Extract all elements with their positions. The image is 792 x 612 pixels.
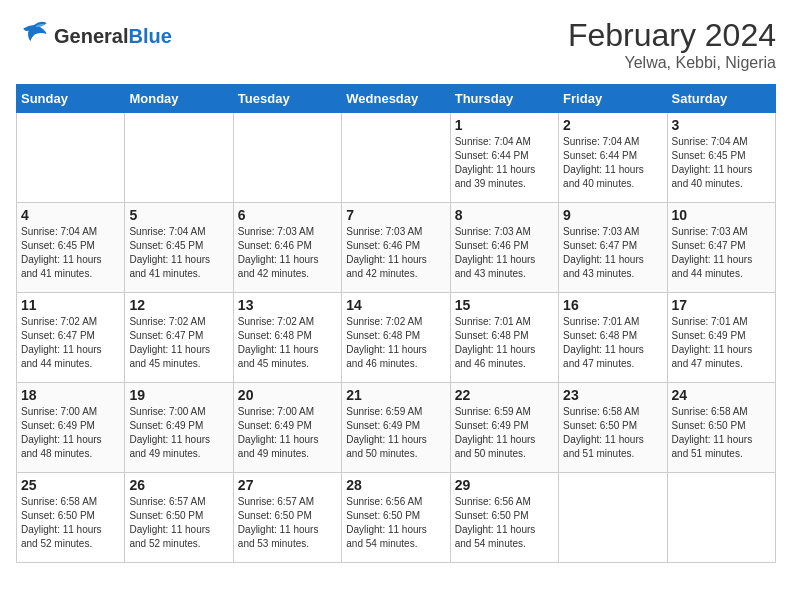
calendar-cell: 21Sunrise: 6:59 AM Sunset: 6:49 PM Dayli…	[342, 383, 450, 473]
day-number: 4	[21, 207, 120, 223]
calendar-cell	[667, 473, 775, 563]
day-info: Sunrise: 7:03 AM Sunset: 6:47 PM Dayligh…	[672, 225, 771, 281]
calendar-cell: 25Sunrise: 6:58 AM Sunset: 6:50 PM Dayli…	[17, 473, 125, 563]
day-number: 23	[563, 387, 662, 403]
calendar-cell: 18Sunrise: 7:00 AM Sunset: 6:49 PM Dayli…	[17, 383, 125, 473]
day-number: 17	[672, 297, 771, 313]
day-number: 8	[455, 207, 554, 223]
day-number: 25	[21, 477, 120, 493]
day-info: Sunrise: 6:57 AM Sunset: 6:50 PM Dayligh…	[129, 495, 228, 551]
calendar-cell	[233, 113, 341, 203]
day-number: 10	[672, 207, 771, 223]
day-number: 7	[346, 207, 445, 223]
day-number: 24	[672, 387, 771, 403]
day-info: Sunrise: 7:03 AM Sunset: 6:46 PM Dayligh…	[455, 225, 554, 281]
calendar-cell	[17, 113, 125, 203]
calendar-cell: 7Sunrise: 7:03 AM Sunset: 6:46 PM Daylig…	[342, 203, 450, 293]
day-number: 12	[129, 297, 228, 313]
day-info: Sunrise: 6:58 AM Sunset: 6:50 PM Dayligh…	[672, 405, 771, 461]
day-number: 27	[238, 477, 337, 493]
calendar-cell: 28Sunrise: 6:56 AM Sunset: 6:50 PM Dayli…	[342, 473, 450, 563]
day-number: 20	[238, 387, 337, 403]
day-number: 6	[238, 207, 337, 223]
calendar-week-row: 25Sunrise: 6:58 AM Sunset: 6:50 PM Dayli…	[17, 473, 776, 563]
calendar-table: SundayMondayTuesdayWednesdayThursdayFrid…	[16, 84, 776, 563]
day-number: 15	[455, 297, 554, 313]
header-sunday: Sunday	[17, 85, 125, 113]
logo: GeneralBlue	[16, 16, 172, 56]
header-wednesday: Wednesday	[342, 85, 450, 113]
page-header: GeneralBlue February 2024 Yelwa, Kebbi, …	[16, 16, 776, 72]
day-info: Sunrise: 7:00 AM Sunset: 6:49 PM Dayligh…	[129, 405, 228, 461]
calendar-cell	[125, 113, 233, 203]
header-thursday: Thursday	[450, 85, 558, 113]
day-number: 22	[455, 387, 554, 403]
calendar-cell	[342, 113, 450, 203]
day-number: 9	[563, 207, 662, 223]
calendar-cell: 26Sunrise: 6:57 AM Sunset: 6:50 PM Dayli…	[125, 473, 233, 563]
day-info: Sunrise: 7:03 AM Sunset: 6:46 PM Dayligh…	[238, 225, 337, 281]
calendar-week-row: 1Sunrise: 7:04 AM Sunset: 6:44 PM Daylig…	[17, 113, 776, 203]
header-friday: Friday	[559, 85, 667, 113]
calendar-cell	[559, 473, 667, 563]
day-info: Sunrise: 7:01 AM Sunset: 6:48 PM Dayligh…	[563, 315, 662, 371]
calendar-cell: 13Sunrise: 7:02 AM Sunset: 6:48 PM Dayli…	[233, 293, 341, 383]
day-number: 11	[21, 297, 120, 313]
calendar-cell: 27Sunrise: 6:57 AM Sunset: 6:50 PM Dayli…	[233, 473, 341, 563]
day-number: 28	[346, 477, 445, 493]
day-info: Sunrise: 6:57 AM Sunset: 6:50 PM Dayligh…	[238, 495, 337, 551]
header-monday: Monday	[125, 85, 233, 113]
logo-text-block: GeneralBlue	[54, 25, 172, 47]
logo-blue: Blue	[128, 25, 171, 47]
day-info: Sunrise: 6:58 AM Sunset: 6:50 PM Dayligh…	[563, 405, 662, 461]
day-info: Sunrise: 7:01 AM Sunset: 6:48 PM Dayligh…	[455, 315, 554, 371]
day-info: Sunrise: 6:59 AM Sunset: 6:49 PM Dayligh…	[455, 405, 554, 461]
day-info: Sunrise: 7:00 AM Sunset: 6:49 PM Dayligh…	[21, 405, 120, 461]
calendar-cell: 6Sunrise: 7:03 AM Sunset: 6:46 PM Daylig…	[233, 203, 341, 293]
day-number: 19	[129, 387, 228, 403]
day-info: Sunrise: 7:02 AM Sunset: 6:48 PM Dayligh…	[238, 315, 337, 371]
calendar-cell: 23Sunrise: 6:58 AM Sunset: 6:50 PM Dayli…	[559, 383, 667, 473]
day-info: Sunrise: 7:04 AM Sunset: 6:44 PM Dayligh…	[563, 135, 662, 191]
day-info: Sunrise: 7:01 AM Sunset: 6:49 PM Dayligh…	[672, 315, 771, 371]
day-number: 13	[238, 297, 337, 313]
calendar-cell: 1Sunrise: 7:04 AM Sunset: 6:44 PM Daylig…	[450, 113, 558, 203]
header-saturday: Saturday	[667, 85, 775, 113]
day-number: 1	[455, 117, 554, 133]
calendar-cell: 11Sunrise: 7:02 AM Sunset: 6:47 PM Dayli…	[17, 293, 125, 383]
day-number: 3	[672, 117, 771, 133]
day-number: 26	[129, 477, 228, 493]
logo-icon	[16, 16, 52, 56]
day-info: Sunrise: 7:03 AM Sunset: 6:46 PM Dayligh…	[346, 225, 445, 281]
calendar-subtitle: Yelwa, Kebbi, Nigeria	[568, 54, 776, 72]
day-info: Sunrise: 7:02 AM Sunset: 6:47 PM Dayligh…	[129, 315, 228, 371]
calendar-week-row: 4Sunrise: 7:04 AM Sunset: 6:45 PM Daylig…	[17, 203, 776, 293]
calendar-cell: 19Sunrise: 7:00 AM Sunset: 6:49 PM Dayli…	[125, 383, 233, 473]
day-info: Sunrise: 7:04 AM Sunset: 6:44 PM Dayligh…	[455, 135, 554, 191]
day-number: 21	[346, 387, 445, 403]
day-info: Sunrise: 6:56 AM Sunset: 6:50 PM Dayligh…	[346, 495, 445, 551]
calendar-cell: 4Sunrise: 7:04 AM Sunset: 6:45 PM Daylig…	[17, 203, 125, 293]
day-info: Sunrise: 6:56 AM Sunset: 6:50 PM Dayligh…	[455, 495, 554, 551]
calendar-cell: 3Sunrise: 7:04 AM Sunset: 6:45 PM Daylig…	[667, 113, 775, 203]
calendar-cell: 15Sunrise: 7:01 AM Sunset: 6:48 PM Dayli…	[450, 293, 558, 383]
day-number: 29	[455, 477, 554, 493]
calendar-cell: 8Sunrise: 7:03 AM Sunset: 6:46 PM Daylig…	[450, 203, 558, 293]
day-info: Sunrise: 7:00 AM Sunset: 6:49 PM Dayligh…	[238, 405, 337, 461]
day-info: Sunrise: 6:59 AM Sunset: 6:49 PM Dayligh…	[346, 405, 445, 461]
day-number: 2	[563, 117, 662, 133]
day-info: Sunrise: 7:03 AM Sunset: 6:47 PM Dayligh…	[563, 225, 662, 281]
calendar-cell: 16Sunrise: 7:01 AM Sunset: 6:48 PM Dayli…	[559, 293, 667, 383]
calendar-cell: 29Sunrise: 6:56 AM Sunset: 6:50 PM Dayli…	[450, 473, 558, 563]
day-number: 14	[346, 297, 445, 313]
calendar-cell: 5Sunrise: 7:04 AM Sunset: 6:45 PM Daylig…	[125, 203, 233, 293]
calendar-cell: 9Sunrise: 7:03 AM Sunset: 6:47 PM Daylig…	[559, 203, 667, 293]
day-info: Sunrise: 7:04 AM Sunset: 6:45 PM Dayligh…	[129, 225, 228, 281]
day-number: 16	[563, 297, 662, 313]
calendar-cell: 22Sunrise: 6:59 AM Sunset: 6:49 PM Dayli…	[450, 383, 558, 473]
calendar-cell: 24Sunrise: 6:58 AM Sunset: 6:50 PM Dayli…	[667, 383, 775, 473]
day-info: Sunrise: 7:04 AM Sunset: 6:45 PM Dayligh…	[672, 135, 771, 191]
day-info: Sunrise: 7:02 AM Sunset: 6:47 PM Dayligh…	[21, 315, 120, 371]
logo-general: General	[54, 25, 128, 47]
calendar-title: February 2024	[568, 16, 776, 54]
